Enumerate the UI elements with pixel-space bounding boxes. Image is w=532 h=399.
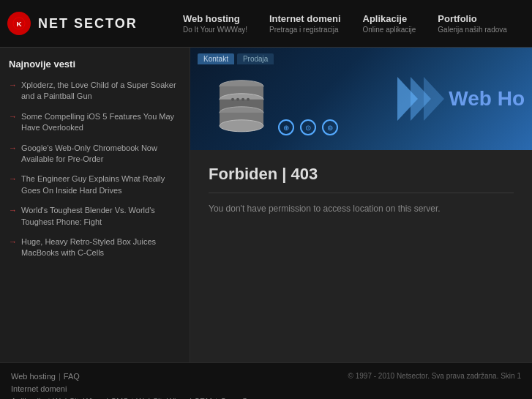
footer-link-webhosting[interactable]: Web hosting: [11, 372, 56, 381]
header: K NET SECTOR Web hosting Do It Your WWWa…: [0, 0, 532, 48]
sidebar-link-0[interactable]: → Xploderz, the Love Child of a Super So…: [9, 80, 181, 102]
logo-text: NET SECTOR: [38, 16, 138, 31]
banner-icons-row: ⊕ ⊙ ⊚: [278, 119, 338, 135]
sidebar-link-2[interactable]: → Google's Web-Only Chromebook Now Avail…: [9, 143, 181, 165]
banner-arrows: [397, 77, 437, 121]
banner-tabs: Kontakt Prodaja: [198, 53, 274, 64]
sidebar-link-5[interactable]: → Huge, Heavy Retro-Styled Box Juices Ma…: [9, 236, 181, 259]
error-message: You don't have permission to access loca…: [209, 204, 514, 214]
footer-row-2: Internet domeni: [11, 384, 268, 393]
nav-internet-domeni-subtitle: Pretraga i registracija: [269, 26, 341, 34]
svg-text:K: K: [16, 20, 22, 28]
nav-aplikacije-title: Aplikacije: [363, 13, 416, 24]
banner-icon-3: ⊚: [322, 119, 338, 135]
sidebar-link-3[interactable]: → The Engineer Guy Explains What Really …: [9, 174, 181, 196]
svg-point-10: [236, 98, 239, 101]
footer-copyright: © 1997 - 2010 Netsector. Sva prava zadrž…: [348, 372, 521, 380]
sidebar-links: → Xploderz, the Love Child of a Super So…: [9, 80, 181, 259]
error-divider: [209, 193, 514, 193]
banner-database-icon: [212, 72, 271, 140]
svg-point-11: [241, 98, 244, 101]
sidebar: Najnovije vesti → Xploderz, the Love Chi…: [0, 48, 190, 362]
sidebar-link-text-1: Some Compelling iOS 5 Features You May H…: [21, 111, 181, 134]
nav-web-hosting-title: Web hosting: [183, 13, 247, 24]
sidebar-link-text-5: Huge, Heavy Retro-Styled Box Juices MacB…: [21, 236, 181, 259]
banner-tab-kontakt[interactable]: Kontakt: [198, 53, 234, 64]
nav-internet-domeni[interactable]: Internet domeni Pretraga i registracija: [269, 13, 341, 34]
logo-area: K NET SECTOR: [7, 12, 183, 35]
banner-arrow-3: [424, 77, 444, 121]
footer: Web hosting | FAQ Internet domeni Aplika…: [0, 362, 532, 399]
sidebar-arrow-icon-2: →: [9, 143, 17, 152]
banner-tab-prodaja[interactable]: Prodaja: [237, 53, 274, 64]
sidebar-arrow-icon-3: →: [9, 174, 17, 183]
nav-portfolio-title: Portfolio: [438, 13, 507, 24]
content-area: Kontakt Prodaja: [190, 48, 532, 362]
nav-portfolio[interactable]: Portfolio Galerija naših radova: [438, 13, 507, 34]
error-section: Forbiden | 403 You don't have permission…: [190, 150, 532, 362]
nav-web-hosting-subtitle: Do It Your WWWay!: [183, 26, 247, 34]
footer-sep-1: |: [59, 372, 61, 381]
footer-top: Web hosting | FAQ Internet domeni Aplika…: [11, 372, 521, 399]
footer-link-faq[interactable]: FAQ: [64, 372, 80, 381]
main-layout: Najnovije vesti → Xploderz, the Love Chi…: [0, 48, 532, 362]
sidebar-link-text-0: Xploderz, the Love Child of a Super Soak…: [21, 80, 181, 102]
sidebar-link-text-2: Google's Web-Only Chromebook Now Availab…: [21, 143, 181, 165]
footer-row-1: Web hosting | FAQ: [11, 372, 268, 381]
logo-icon[interactable]: K: [7, 12, 31, 35]
sidebar-title: Najnovije vesti: [9, 59, 181, 70]
error-title: Forbiden | 403: [209, 165, 514, 184]
sidebar-link-1[interactable]: → Some Compelling iOS 5 Features You May…: [9, 111, 181, 134]
footer-link-domeni[interactable]: Internet domeni: [11, 384, 67, 393]
banner-icon-1: ⊕: [278, 119, 294, 135]
svg-point-12: [247, 98, 250, 101]
svg-point-9: [231, 98, 234, 101]
banner-text: Web Ho: [449, 87, 525, 111]
sidebar-link-4[interactable]: → World's Toughest Blender Vs. World's T…: [9, 205, 181, 228]
nav-aplikacije[interactable]: Aplikacije Online aplikacije: [363, 13, 416, 34]
nav-web-hosting[interactable]: Web hosting Do It Your WWWay!: [183, 13, 247, 34]
svg-point-8: [220, 120, 263, 132]
sidebar-arrow-icon-0: →: [9, 81, 17, 89]
sidebar-arrow-icon-5: →: [9, 237, 17, 246]
nav-aplikacije-subtitle: Online aplikacije: [363, 26, 416, 34]
banner-icon-2: ⊙: [300, 119, 316, 135]
sidebar-link-text-4: World's Toughest Blender Vs. World's Tou…: [21, 205, 181, 228]
nav-portfolio-subtitle: Galerija naših radova: [438, 26, 507, 34]
nav-internet-domeni-title: Internet domeni: [269, 13, 341, 24]
sidebar-link-text-3: The Engineer Guy Explains What Really Go…: [21, 174, 181, 196]
banner: Kontakt Prodaja: [190, 48, 532, 150]
sidebar-arrow-icon-1: →: [9, 112, 17, 121]
footer-left: Web hosting | FAQ Internet domeni Aplika…: [11, 372, 268, 399]
main-nav: Web hosting Do It Your WWWay! Internet d…: [183, 13, 525, 34]
sidebar-arrow-icon-4: →: [9, 206, 17, 215]
